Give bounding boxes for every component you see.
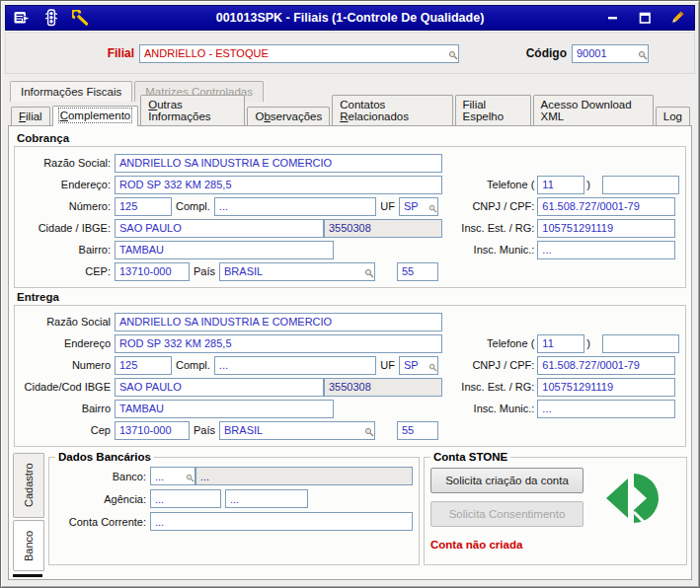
codigo-label: Código xyxy=(526,46,572,60)
tab-contatos-relacionados[interactable]: Contatos Relacionados xyxy=(332,95,452,125)
insc-est-input[interactable]: 105751291119 xyxy=(537,378,675,397)
conta-stone-group: Conta STONE Solicita criação da conta So… xyxy=(424,451,687,565)
tab-filial-espelho[interactable]: Filial Espelho xyxy=(455,95,531,125)
side-tab-banco[interactable]: Banco xyxy=(13,520,44,571)
telefone-close-paren: ) xyxy=(584,337,592,349)
minimize-icon[interactable] xyxy=(603,8,623,28)
window-title: 001013SPK - Filiais (1-Controle De Quali… xyxy=(6,11,694,25)
form-list-icon[interactable] xyxy=(12,8,32,28)
pais-label: País xyxy=(190,424,219,436)
cep-input[interactable]: 13710-000 xyxy=(115,262,190,281)
razao-social-label: Razão Social xyxy=(17,316,115,328)
conta-stone-status: Conta não criada xyxy=(430,539,680,551)
entrega-title: Entrega xyxy=(17,291,687,303)
endereco-label: Endereço xyxy=(17,337,115,349)
numero-input[interactable]: 125 xyxy=(115,197,172,216)
cidade-input[interactable]: SAO PAULO xyxy=(115,378,324,397)
bairro-input[interactable]: TAMBAU xyxy=(115,400,334,418)
edit-pencil-icon[interactable] xyxy=(666,8,686,28)
agencia-label: Agência: xyxy=(55,493,150,505)
side-tab-indicator xyxy=(13,574,42,577)
telefone-input[interactable] xyxy=(602,176,679,194)
conta-corrente-input[interactable]: ... xyxy=(150,512,413,531)
ibge-field: 3550308 xyxy=(324,378,442,397)
tab-informacoes-fiscais[interactable]: Informações Fiscais xyxy=(10,81,132,102)
cnpj-input[interactable]: 61.508.727/0001-79 xyxy=(537,356,675,375)
tab-complemento[interactable]: Complemento xyxy=(52,106,139,126)
magnifier-icon[interactable] xyxy=(186,473,194,484)
maximize-icon[interactable] xyxy=(635,8,655,28)
cnpj-label: CNPJ / CPF: xyxy=(440,200,537,212)
razao-social-input[interactable]: ANDRIELLO SA INDUSTRIA E COMERCIO xyxy=(115,313,442,331)
ddd-input[interactable]: 11 xyxy=(537,334,584,353)
numero-label: Número: xyxy=(17,200,115,212)
magnifier-icon[interactable] xyxy=(448,50,458,62)
tab-acesso-download-xml[interactable]: Acesso Download XML xyxy=(533,95,654,125)
solicita-criacao-conta-button[interactable]: Solicita criação da conta xyxy=(430,468,583,493)
cnpj-input[interactable]: 61.508.727/0001-79 xyxy=(537,197,675,216)
insc-mun-input[interactable]: ... xyxy=(537,400,675,418)
pais-input[interactable]: BRASIL xyxy=(219,262,375,281)
tab-observacoes[interactable]: Observações xyxy=(247,107,330,125)
conta-corrente-label: Conta Corrente: xyxy=(55,516,150,528)
side-tab-cadastro[interactable]: Cadastro xyxy=(13,453,44,518)
app-window: 001013SPK - Filiais (1-Controle De Quali… xyxy=(0,0,700,588)
pais-input[interactable]: BRASIL xyxy=(219,421,375,440)
uf-label: UF xyxy=(376,200,399,212)
complemento-panel: Cobrança Razão Social: ANDRIELLO SA INDU… xyxy=(8,126,692,580)
endereco-input[interactable]: ROD SP 332 KM 285,5 xyxy=(115,176,442,194)
magnifier-icon[interactable] xyxy=(364,268,374,280)
magnifier-icon[interactable] xyxy=(364,427,374,439)
wrench-icon[interactable] xyxy=(71,8,91,28)
ddi-input[interactable]: 55 xyxy=(397,421,438,440)
record-header: Filial ANDRIELLO - ESTOQUE Código 90001 xyxy=(5,33,695,74)
dados-bancarios-title: Dados Bancários xyxy=(55,451,154,463)
side-tabs: Cadastro Banco xyxy=(13,451,44,577)
telefone-label: Telefone ( xyxy=(440,179,537,190)
endereco-input[interactable]: ROD SP 332 KM 285,5 xyxy=(115,334,442,353)
cep-input[interactable]: 13710-000 xyxy=(115,421,190,440)
uf-input[interactable]: SP xyxy=(399,197,438,216)
compl-input[interactable]: ... xyxy=(214,356,376,375)
razao-social-label: Razão Social: xyxy=(17,157,115,169)
ddd-input[interactable]: 11 xyxy=(537,176,584,194)
cidade-ibge-label: Cidade / IBGE: xyxy=(17,222,115,234)
insc-est-input[interactable]: 105751291119 xyxy=(537,219,675,238)
compl-input[interactable]: ... xyxy=(214,197,376,216)
cep-label: Cep xyxy=(17,424,115,436)
razao-social-input[interactable]: ANDRIELLO SA INDUSTRIA E COMERCIO xyxy=(115,154,442,173)
banco-label: Banco: xyxy=(55,471,150,482)
uf-input[interactable]: SP xyxy=(399,356,438,375)
banco-codigo-input[interactable]: ... xyxy=(150,467,195,485)
telefone-input[interactable] xyxy=(602,334,679,353)
filial-label: Filial xyxy=(6,46,139,60)
filial-input[interactable]: ANDRIELLO - ESTOQUE xyxy=(139,44,459,63)
magnifier-icon[interactable] xyxy=(638,50,648,62)
bairro-label: Bairro: xyxy=(17,244,115,256)
tab-log[interactable]: Log xyxy=(656,107,690,125)
insc-est-label: Insc. Est. / RG: xyxy=(440,222,537,234)
conta-stone-title: Conta STONE xyxy=(430,451,510,463)
magnifier-icon[interactable] xyxy=(428,362,437,374)
compl-label: Compl. xyxy=(172,200,214,212)
agencia-input[interactable]: ... xyxy=(150,489,221,508)
uf-label: UF xyxy=(376,359,399,371)
insc-mun-label: Insc. Munic.: xyxy=(440,403,537,414)
bairro-input[interactable]: TAMBAU xyxy=(115,241,334,259)
magnifier-icon[interactable] xyxy=(428,203,437,215)
telefone-close-paren: ) xyxy=(584,179,592,190)
solicita-consentimento-button: Solicita Consentimento xyxy=(430,501,583,527)
cidade-input[interactable]: SAO PAULO xyxy=(115,219,324,238)
codigo-input[interactable]: 90001 xyxy=(572,44,649,63)
ddi-input[interactable]: 55 xyxy=(397,262,438,281)
numero-label: Numero xyxy=(17,359,115,371)
tab-filial[interactable]: Filial xyxy=(11,107,50,125)
traffic-light-icon[interactable] xyxy=(41,8,61,28)
entrega-group: Razão Social ANDRIELLO SA INDUSTRIA E CO… xyxy=(14,305,686,447)
cobranca-title: Cobrança xyxy=(17,132,687,144)
numero-input[interactable]: 125 xyxy=(115,356,172,375)
insc-mun-input[interactable]: ... xyxy=(537,241,675,259)
agencia-dv-input[interactable]: ... xyxy=(225,489,308,508)
tab-outras-informacoes[interactable]: Outras Informações xyxy=(140,95,245,125)
dados-bancarios-group: Dados Bancários Banco: ... ... Agência: … xyxy=(48,451,420,565)
